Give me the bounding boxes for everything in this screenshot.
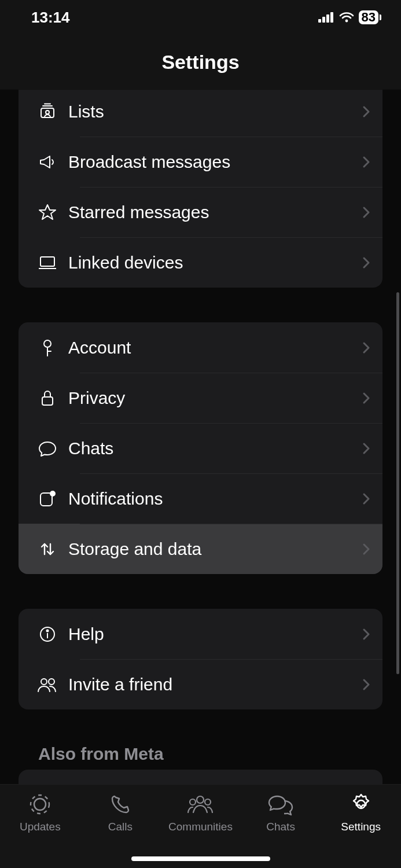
settings-group-meta: Open Instagram <box>19 770 382 784</box>
home-indicator[interactable] <box>131 856 270 861</box>
svg-point-17 <box>50 491 55 496</box>
chevron-right-icon <box>362 442 371 455</box>
lock-icon <box>30 389 65 407</box>
svg-rect-5 <box>41 108 54 117</box>
svg-rect-1 <box>322 17 325 23</box>
updown-arrows-icon <box>30 540 65 558</box>
chevron-right-icon <box>362 391 371 405</box>
settings-row-label: Help <box>65 624 362 644</box>
chevron-right-icon <box>362 105 371 119</box>
section-header-meta: Also from Meta <box>38 744 382 764</box>
tab-label: Settings <box>341 821 381 833</box>
chevron-right-icon <box>362 492 371 506</box>
scrollbar[interactable] <box>396 292 399 674</box>
chevron-right-icon <box>362 627 371 641</box>
chevron-right-icon <box>362 542 371 556</box>
settings-row-label: Broadcast messages <box>65 152 362 172</box>
svg-point-4 <box>345 20 348 23</box>
battery-level: 83 <box>359 10 378 24</box>
svg-rect-15 <box>42 397 53 405</box>
laptop-icon <box>30 255 65 271</box>
settings-group-help: Help Invite a friend <box>19 609 382 709</box>
svg-rect-10 <box>41 257 54 266</box>
chat-bubble-icon <box>30 440 65 457</box>
svg-point-23 <box>41 679 47 685</box>
svg-point-22 <box>47 630 49 631</box>
svg-rect-3 <box>330 12 333 23</box>
tab-bar: Updates Calls Communities Chats Settings <box>0 784 401 868</box>
communities-tab-icon <box>186 792 215 817</box>
tab-settings[interactable]: Settings <box>321 792 401 833</box>
key-icon <box>30 339 65 357</box>
status-bar: 13:14 83 <box>0 0 401 35</box>
info-icon <box>30 626 65 643</box>
people-icon <box>30 676 65 693</box>
svg-point-8 <box>46 111 49 114</box>
chevron-right-icon <box>362 256 371 270</box>
settings-row-chats[interactable]: Chats <box>19 423 382 473</box>
bell-square-icon <box>30 490 65 507</box>
wifi-icon <box>339 12 354 23</box>
settings-row-label: Privacy <box>65 388 362 408</box>
settings-tab-icon <box>349 792 373 817</box>
settings-row-linked-devices[interactable]: Linked devices <box>19 237 382 288</box>
chevron-right-icon <box>362 155 371 169</box>
settings-row-privacy[interactable]: Privacy <box>19 373 382 423</box>
svg-rect-0 <box>318 19 321 23</box>
settings-row-label: Storage and data <box>65 539 362 559</box>
calls-tab-icon <box>109 792 132 817</box>
settings-row-label: Chats <box>65 439 362 458</box>
chevron-right-icon <box>362 341 371 355</box>
page-title: Settings <box>161 51 239 73</box>
tab-label: Calls <box>108 821 133 833</box>
tab-communities[interactable]: Communities <box>160 792 241 833</box>
settings-row-notifications[interactable]: Notifications <box>19 473 382 524</box>
svg-point-24 <box>49 679 54 685</box>
settings-row-label: Invite a friend <box>65 675 362 694</box>
settings-row-invite[interactable]: Invite a friend <box>19 659 382 709</box>
svg-point-32 <box>205 799 211 805</box>
tab-label: Communities <box>168 821 233 833</box>
tab-label: Chats <box>266 821 295 833</box>
svg-marker-9 <box>39 205 56 219</box>
svg-point-31 <box>190 799 196 805</box>
tab-chats[interactable]: Chats <box>241 792 321 833</box>
settings-row-instagram[interactable]: Open Instagram <box>19 770 382 784</box>
chats-tab-icon <box>267 792 295 817</box>
tab-updates[interactable]: Updates <box>0 792 80 833</box>
header: Settings <box>0 35 401 90</box>
settings-row-lists[interactable]: Lists <box>19 90 382 137</box>
chevron-right-icon <box>362 205 371 219</box>
svg-point-12 <box>44 340 51 347</box>
star-icon <box>30 203 65 222</box>
cellular-signal-icon <box>318 12 334 23</box>
settings-row-label: Lists <box>65 102 362 122</box>
tab-label: Updates <box>20 821 61 833</box>
battery-indicator: 83 <box>359 10 381 24</box>
settings-row-starred[interactable]: Starred messages <box>19 187 382 237</box>
settings-content: Lists Broadcast messages Starred message… <box>0 90 401 784</box>
svg-point-30 <box>197 796 204 803</box>
tab-calls[interactable]: Calls <box>80 792 161 833</box>
settings-row-label: Notifications <box>65 489 362 509</box>
settings-row-help[interactable]: Help <box>19 609 382 659</box>
updates-tab-icon <box>27 792 53 817</box>
settings-row-label: Linked devices <box>65 253 362 273</box>
svg-rect-2 <box>326 14 329 23</box>
settings-row-label: Account <box>65 338 362 358</box>
settings-row-storage-data[interactable]: Storage and data <box>19 524 382 574</box>
settings-group-account: Account Privacy Chats Notifications <box>19 322 382 574</box>
status-indicators: 83 <box>318 10 381 24</box>
megaphone-icon <box>30 153 65 171</box>
lists-icon <box>30 102 65 121</box>
chevron-right-icon <box>362 678 371 692</box>
settings-row-account[interactable]: Account <box>19 322 382 373</box>
status-time: 13:14 <box>31 9 70 27</box>
settings-row-label: Starred messages <box>65 203 362 222</box>
svg-point-28 <box>34 799 46 810</box>
settings-group-messaging: Lists Broadcast messages Starred message… <box>19 90 382 288</box>
settings-row-broadcast[interactable]: Broadcast messages <box>19 137 382 187</box>
